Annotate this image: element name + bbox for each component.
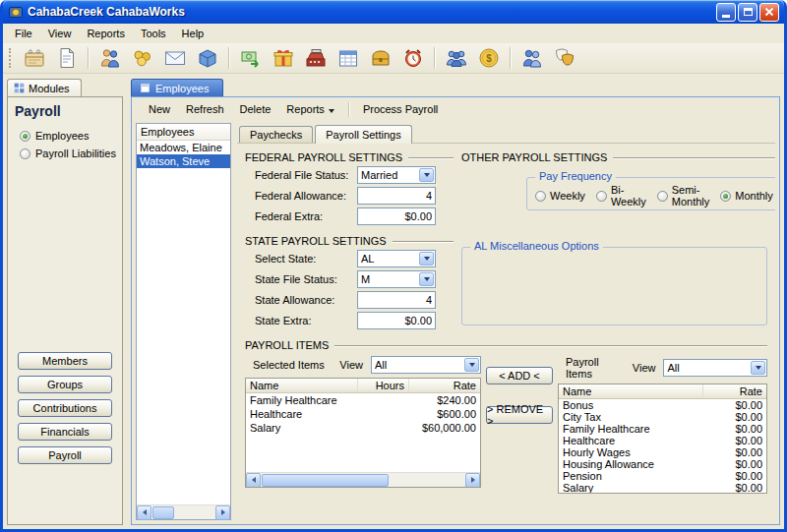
process-payroll-button[interactable]: Process Payroll: [356, 101, 445, 117]
tab-modules[interactable]: Modules: [7, 79, 82, 96]
financials-button[interactable]: Financials: [18, 423, 112, 441]
employees-list-header[interactable]: Employees: [137, 124, 230, 141]
table-row[interactable]: Housing Allowance$0.00: [559, 458, 766, 470]
minimize-button[interactable]: [716, 3, 736, 22]
scroll-thumb[interactable]: [262, 474, 389, 487]
close-button[interactable]: [759, 3, 779, 22]
tab-employees[interactable]: Employees: [131, 79, 223, 96]
people-pair-icon[interactable]: [96, 45, 124, 72]
chevron-down-icon[interactable]: [419, 272, 434, 286]
envelope-icon[interactable]: [161, 45, 189, 72]
scroll-left-button[interactable]: [137, 505, 151, 520]
delete-button[interactable]: Delete: [233, 101, 278, 117]
selected-items-table: Name Hours Rate Family Healthcare: [245, 378, 481, 488]
chevron-down-icon[interactable]: [464, 358, 479, 372]
menu-file[interactable]: File: [7, 26, 40, 41]
scroll-track[interactable]: [151, 505, 215, 520]
select-state-select[interactable]: AL: [357, 250, 436, 267]
state-extra-input[interactable]: [357, 312, 436, 329]
document-icon[interactable]: [53, 45, 81, 72]
scroll-right-button[interactable]: [465, 473, 480, 488]
scroll-thumb[interactable]: [152, 506, 174, 519]
money-transfer-icon[interactable]: [237, 45, 265, 72]
two-people-icon[interactable]: [518, 45, 546, 72]
radio-payroll-liabilities[interactable]: Payroll Liabilities: [20, 148, 116, 159]
menu-tools[interactable]: Tools: [133, 26, 174, 41]
scroll-right-button[interactable]: [215, 505, 230, 520]
main-area: Employees New Refresh Delete Reports Pro…: [131, 79, 780, 525]
menu-help[interactable]: Help: [174, 26, 212, 41]
column-hours[interactable]: Hours: [358, 379, 409, 392]
radio-employees-label: Employees: [35, 130, 89, 142]
cash-register-icon[interactable]: [302, 45, 330, 72]
table-row[interactable]: Family Healthcare $240.00: [246, 393, 480, 407]
refresh-button[interactable]: Refresh: [179, 101, 231, 117]
selected-items-view-select[interactable]: All: [371, 356, 481, 374]
tab-payroll-settings[interactable]: Payroll Settings: [315, 125, 411, 144]
reports-dropdown-button[interactable]: Reports: [279, 101, 341, 117]
selected-items-hscrollbar[interactable]: [246, 472, 480, 487]
scroll-track[interactable]: [261, 473, 465, 488]
menu-reports[interactable]: Reports: [79, 26, 133, 41]
employees-list-empty: [137, 168, 230, 504]
members-button[interactable]: Members: [18, 352, 112, 370]
radio-monthly[interactable]: Monthly: [720, 190, 773, 202]
federal-allowance-input[interactable]: [357, 187, 436, 205]
toolbar-grip[interactable]: [9, 48, 12, 68]
table-row[interactable]: Hourly Wages$0.00: [559, 446, 766, 458]
maximize-button[interactable]: [738, 3, 757, 22]
radio-weekly[interactable]: Weekly: [535, 190, 585, 202]
titlebar[interactable]: CahabaCreek CahabaWorks: [3, 0, 784, 24]
chevron-down-icon[interactable]: [751, 361, 765, 375]
menu-view[interactable]: View: [40, 26, 80, 41]
radio-employees[interactable]: Employees: [20, 130, 116, 142]
table-row[interactable]: Healthcare $600.00: [246, 407, 480, 421]
federal-allowance-label: Federal Allowance:: [255, 190, 357, 202]
scroll-left-button[interactable]: [246, 473, 261, 488]
radio-bi-weekly[interactable]: Bi-Weekly: [596, 184, 646, 207]
sidebar-splitter[interactable]: [123, 79, 131, 525]
people-group-icon[interactable]: [443, 45, 470, 72]
state-allowance-input[interactable]: [357, 291, 436, 309]
list-item[interactable]: Meadows, Elaine: [137, 141, 230, 154]
tab-paychecks[interactable]: Paychecks: [239, 126, 313, 143]
payroll-items-view-select[interactable]: All: [663, 359, 767, 377]
card-file-icon[interactable]: [21, 45, 48, 72]
federal-extra-input[interactable]: [357, 207, 436, 225]
state-file-status-select[interactable]: M: [357, 270, 436, 288]
dollar-coin-icon[interactable]: $: [475, 45, 503, 72]
column-rate[interactable]: Rate: [409, 379, 480, 392]
table-row[interactable]: Pension$0.00: [559, 470, 766, 482]
coins-icon[interactable]: [129, 45, 156, 72]
table-row[interactable]: Salary$0.00: [559, 482, 766, 494]
treasure-chest-icon[interactable]: [367, 45, 394, 72]
scroll-right-icon: [221, 509, 225, 515]
add-item-button[interactable]: < ADD <: [486, 367, 553, 384]
table-row[interactable]: Salary $60,000.00: [246, 421, 480, 435]
chevron-down-icon[interactable]: [419, 168, 434, 182]
column-rate[interactable]: Rate: [703, 384, 766, 398]
radio-semi-monthly[interactable]: Semi-Monthly: [657, 184, 710, 207]
calendar-icon[interactable]: [334, 45, 362, 72]
table-row[interactable]: City Tax$0.00: [559, 411, 766, 423]
groups-button[interactable]: Groups: [18, 376, 112, 393]
list-item[interactable]: Watson, Steve: [137, 154, 230, 168]
remove-item-button[interactable]: > REMOVE >: [486, 406, 553, 424]
alarm-clock-icon[interactable]: [399, 45, 427, 72]
chevron-down-icon[interactable]: [419, 252, 434, 266]
table-row[interactable]: Healthcare$0.00: [559, 435, 766, 446]
payroll-button[interactable]: Payroll: [18, 446, 112, 464]
pay-frequency-legend: Pay Frequency: [535, 170, 616, 182]
sidebar-spacer: [14, 162, 116, 349]
table-row[interactable]: Family Healthcare$0.00: [559, 423, 766, 435]
new-button[interactable]: New: [142, 101, 177, 117]
contributions-button[interactable]: Contributions: [18, 399, 112, 417]
gift-icon[interactable]: [270, 45, 297, 72]
employees-list-hscrollbar[interactable]: [137, 504, 230, 519]
box-icon[interactable]: [194, 45, 221, 72]
column-name[interactable]: Name: [246, 379, 358, 392]
federal-file-status-select[interactable]: Married: [357, 166, 436, 184]
theater-masks-icon[interactable]: [551, 45, 578, 72]
table-row[interactable]: Bonus$0.00: [559, 399, 766, 411]
column-name[interactable]: Name: [559, 384, 703, 398]
